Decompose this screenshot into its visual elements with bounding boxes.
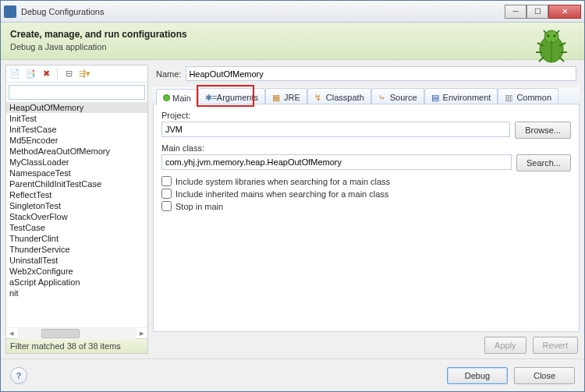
browse-button[interactable]: Browse... bbox=[515, 122, 571, 139]
panel-actions: Apply Revert bbox=[153, 332, 580, 354]
tree-item[interactable]: nit bbox=[6, 288, 147, 298]
name-input[interactable] bbox=[186, 66, 576, 81]
svg-line-9 bbox=[559, 57, 564, 62]
tab-main[interactable]: Main bbox=[156, 89, 198, 104]
tree-item[interactable]: MethodAreaOutOfMemory bbox=[6, 146, 147, 157]
project-label: Project: bbox=[161, 111, 571, 120]
tab-source[interactable]: ⤷Source bbox=[371, 88, 424, 104]
svg-line-6 bbox=[539, 57, 544, 62]
project-input[interactable] bbox=[161, 122, 510, 137]
page-title: Create, manage, and run configurations bbox=[10, 29, 575, 40]
filter-input[interactable] bbox=[9, 85, 145, 100]
window-title: Debug Configurations bbox=[21, 7, 505, 16]
tab-arguments[interactable]: ✱=Arguments bbox=[198, 88, 265, 104]
page-header: Create, manage, and run configurations D… bbox=[1, 23, 584, 60]
tree-item[interactable]: ParentChildInitTestCase bbox=[6, 178, 147, 189]
name-row: Name: bbox=[153, 65, 580, 87]
tree-item[interactable]: NamespaceTest bbox=[6, 168, 147, 178]
tree-item[interactable]: aScript Application bbox=[6, 277, 147, 288]
page-subtitle: Debug a Java application bbox=[10, 42, 575, 51]
config-tabs: Main ✱=Arguments ▦JRE ↯Classpath ⤷Source… bbox=[153, 87, 580, 104]
mainclass-label: Main class: bbox=[161, 143, 571, 153]
help-icon[interactable]: ? bbox=[10, 367, 27, 384]
collapse-all-icon[interactable]: ⊟ bbox=[62, 68, 75, 80]
tree-item[interactable]: Web2xConfigure bbox=[6, 266, 147, 277]
maximize-button[interactable]: ☐ bbox=[526, 5, 548, 19]
minimize-button[interactable]: ─ bbox=[505, 5, 526, 19]
name-label: Name: bbox=[156, 69, 181, 79]
delete-config-icon[interactable]: ✖ bbox=[40, 68, 52, 80]
svg-point-12 bbox=[554, 35, 556, 37]
jre-icon: ▦ bbox=[272, 93, 282, 102]
dialog-footer: ? Debug Close bbox=[1, 358, 584, 391]
revert-button[interactable]: Revert bbox=[533, 337, 578, 354]
tree-item[interactable]: StackOverFlow bbox=[6, 211, 147, 222]
svg-point-11 bbox=[548, 35, 550, 37]
right-panel: Name: Main ✱=Arguments ▦JRE ↯Classpath ⤷… bbox=[153, 65, 580, 354]
debug-button[interactable]: Debug bbox=[447, 367, 508, 384]
tab-panel-main: Project: Browse... Main class: Search...… bbox=[153, 104, 580, 332]
filter-status: Filter matched 38 of 38 items bbox=[6, 338, 147, 353]
search-button[interactable]: Search... bbox=[516, 154, 571, 171]
tree-item[interactable]: UninstallTest bbox=[6, 255, 147, 266]
tree-item[interactable]: ReflectTest bbox=[6, 189, 147, 200]
tab-common[interactable]: ▥Common bbox=[498, 88, 558, 104]
app-icon bbox=[4, 5, 16, 18]
tree-item[interactable]: ThunderClint bbox=[6, 233, 147, 244]
bug-icon bbox=[530, 26, 570, 66]
filter-dropdown-icon[interactable]: ⇶▾ bbox=[78, 68, 90, 80]
chk-include-inherited-mains[interactable]: Include inherited mains when searching f… bbox=[161, 189, 571, 199]
new-config-icon[interactable]: 📄 bbox=[9, 68, 21, 80]
left-toolbar: 📄 📑 ✖ ⊟ ⇶▾ bbox=[6, 65, 147, 83]
environment-icon: ▤ bbox=[431, 93, 441, 102]
tree-item[interactable]: Md5Encoder bbox=[6, 135, 147, 146]
close-window-button[interactable]: ✕ bbox=[548, 5, 581, 19]
chk-include-system-libraries[interactable]: Include system libraries when searching … bbox=[161, 176, 571, 186]
tree-item[interactable]: HeapOutOfMemory bbox=[6, 102, 147, 113]
main-area: 📄 📑 ✖ ⊟ ⇶▾ HeapOutOfMemoryInitTestInitTe… bbox=[1, 60, 584, 358]
source-icon: ⤷ bbox=[378, 93, 388, 102]
mainclass-input[interactable] bbox=[161, 154, 512, 170]
title-bar: Debug Configurations ─ ☐ ✕ bbox=[1, 1, 584, 23]
tree-item[interactable]: InitTestCase bbox=[6, 124, 147, 135]
tab-environment[interactable]: ▤Environment bbox=[424, 88, 498, 104]
tree-item[interactable]: MyClassLoader bbox=[6, 157, 147, 168]
tree-item[interactable]: TestCase bbox=[6, 222, 147, 233]
tree-item[interactable]: InitTest bbox=[6, 113, 147, 124]
apply-button[interactable]: Apply bbox=[484, 337, 526, 354]
tab-jre[interactable]: ▦JRE bbox=[265, 88, 307, 104]
classpath-icon: ↯ bbox=[314, 93, 324, 102]
common-icon: ▥ bbox=[505, 93, 514, 102]
left-panel: 📄 📑 ✖ ⊟ ⇶▾ HeapOutOfMemoryInitTestInitTe… bbox=[5, 65, 148, 354]
close-button[interactable]: Close bbox=[514, 367, 575, 384]
tree-item[interactable]: SingletonTest bbox=[6, 200, 147, 211]
config-tree[interactable]: HeapOutOfMemoryInitTestInitTestCaseMd5En… bbox=[6, 102, 147, 327]
chk-stop-in-main[interactable]: Stop in main bbox=[161, 201, 571, 211]
horizontal-scrollbar[interactable]: ◂▸ bbox=[6, 327, 147, 338]
arguments-icon: ✱= bbox=[205, 93, 214, 102]
tab-classpath[interactable]: ↯Classpath bbox=[307, 88, 371, 104]
run-icon bbox=[163, 94, 170, 101]
debug-configurations-window: Debug Configurations ─ ☐ ✕ Create, manag… bbox=[0, 0, 585, 392]
tree-item[interactable]: ThunderService bbox=[6, 244, 147, 255]
duplicate-config-icon[interactable]: 📑 bbox=[24, 68, 37, 80]
